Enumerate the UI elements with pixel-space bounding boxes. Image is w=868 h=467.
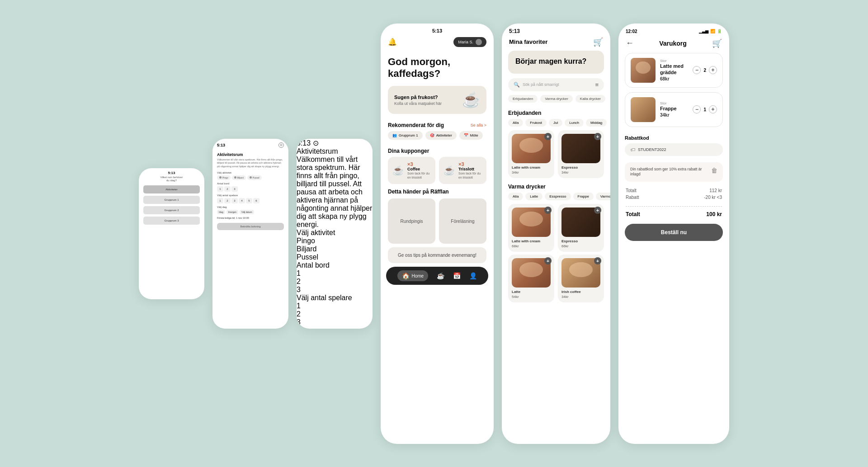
event-forelasning[interactable]: Föreläsning <box>439 198 486 244</box>
add-irish[interactable]: + <box>594 257 601 264</box>
chip-biljard-3[interactable]: Biljard <box>297 245 373 253</box>
p3-3[interactable]: 3 <box>297 318 373 326</box>
order-button[interactable]: Beställ nu <box>625 224 723 241</box>
p5[interactable]: 5 <box>246 198 252 203</box>
menu-item-group1[interactable]: Grupprum 1 <box>143 196 200 204</box>
table-2[interactable]: 2 <box>224 186 231 192</box>
product-irish[interactable]: + Irish coffee 34kr <box>558 255 604 302</box>
product-espresso-2[interactable]: + Espresso 66kr <box>558 204 604 252</box>
table-3[interactable]: 3 <box>231 186 238 192</box>
p1[interactable]: 1 <box>217 198 223 203</box>
varma-esspresso[interactable]: Esspresso <box>545 193 571 200</box>
p2[interactable]: 2 <box>224 198 231 203</box>
promo-card[interactable]: Sugen på frukost? Kolla ut våra matpaket… <box>388 86 486 114</box>
chip-pingo-3[interactable]: Pingo <box>297 237 373 245</box>
day-tomorrow[interactable]: Imorgon <box>226 210 238 214</box>
activities-icon: 🎯 <box>430 133 434 137</box>
offer-jul[interactable]: Jul <box>549 119 562 127</box>
discount-input[interactable]: 🏷 STUDENT2022 <box>625 143 723 156</box>
grand-total-value: 100 kr <box>706 211 722 217</box>
delete-discount-icon[interactable]: 🗑 <box>711 167 717 174</box>
nav-profile[interactable]: 👤 <box>469 272 477 279</box>
product-latte-cream-1[interactable]: + Latte with cream 34kr <box>508 130 554 178</box>
add-latte-cream-1[interactable]: + <box>544 133 552 140</box>
menu-item-group2[interactable]: Grupprum 2 <box>143 206 200 214</box>
bell-icon[interactable]: 🔔 <box>388 38 397 46</box>
coupon-trisslott[interactable]: ☕ ×3 Trisslott Som tack för du en trissl… <box>439 157 486 184</box>
cart-icon-5[interactable]: 🛒 <box>593 37 603 47</box>
nav-coffee[interactable]: ☕ <box>437 272 444 279</box>
irish-price: 34kr <box>561 295 600 299</box>
p3-4[interactable]: 4 <box>297 326 373 329</box>
decrease-1[interactable]: − <box>693 66 701 74</box>
player-numbers: 1 2 3 4 5 6 <box>217 198 284 203</box>
discount-info: Din rabattkod som ger 10% extra rabatt ä… <box>625 162 723 182</box>
chip-pussel-3[interactable]: Pussel <box>297 253 373 261</box>
add-latte[interactable]: + <box>544 257 552 264</box>
p3[interactable]: 3 <box>231 198 238 203</box>
filter-varma[interactable]: Varma drycker <box>540 95 572 103</box>
p3-2[interactable]: 2 <box>297 310 373 318</box>
offer-middag[interactable]: Middag <box>586 119 607 127</box>
latte-cream-price-2: 68kr <box>512 244 551 248</box>
rec-chip-meeting[interactable]: 📅 Möte <box>459 131 483 140</box>
chip-pingo[interactable]: Pingo <box>217 175 231 180</box>
filter-kalla[interactable]: Kalla drycker <box>576 95 605 103</box>
back-button[interactable]: ← <box>626 38 634 48</box>
nav-home[interactable]: 🏠 Home <box>397 270 428 281</box>
coupon-coffee[interactable]: ☕ ×3 Coffee Som tack för du en trisslott <box>388 157 435 184</box>
table-3-2[interactable]: 2 <box>297 278 373 286</box>
product-latte-cream-2[interactable]: + Latte with cream 68kr <box>508 204 554 252</box>
p6[interactable]: 6 <box>253 198 259 203</box>
phone-cart: 12:02 ▁▃▅ 📶 🔋 ← Varukorg 🛒 Stor Latte me… <box>618 24 729 444</box>
event-tip[interactable]: Ge oss tips på kommande evenemang! <box>388 247 486 263</box>
coupon-trisslott-icon: ☕ <box>443 165 455 176</box>
cart-icon-6[interactable]: 🛒 <box>712 38 722 48</box>
p4[interactable]: 4 <box>239 198 245 203</box>
decrease-2[interactable]: − <box>693 105 701 113</box>
filter-erbjudanden[interactable]: Erbjudanden <box>508 95 538 103</box>
day-pick[interactable]: Välj datum <box>240 210 254 214</box>
promo-banner[interactable]: Börjar magen kurra? <box>508 51 604 74</box>
table-1[interactable]: 1 <box>217 186 223 192</box>
add-espresso-2[interactable]: + <box>594 207 601 214</box>
event-rundpingis[interactable]: Rundpingis <box>388 198 435 244</box>
menu-item-group3[interactable]: Grupprum 3 <box>143 217 200 225</box>
activity-chips-3: Pingo Biljard Pussel <box>297 237 373 261</box>
discount-title: Rabattkod <box>625 135 723 141</box>
varma-frappe[interactable]: Frappe <box>573 193 594 200</box>
varma-alla[interactable]: Alla <box>508 193 523 200</box>
increase-2[interactable]: + <box>709 105 717 113</box>
see-all-btn[interactable]: Se alla > <box>471 123 486 127</box>
table-3-1[interactable]: 1 <box>297 269 373 278</box>
rec-chip-group[interactable]: 👥 Grupprum 1 <box>388 131 423 140</box>
chip-biljard[interactable]: Biljard <box>232 175 246 180</box>
product-latte[interactable]: + Latte 54kr <box>508 255 554 302</box>
offer-alla[interactable]: Alla <box>508 119 523 127</box>
coupons-row: ☕ ×3 Coffee Som tack för du en trisslott… <box>381 157 494 189</box>
chip-pussel[interactable]: Pussel <box>247 175 262 180</box>
nav-home-label: Home <box>411 274 424 278</box>
nav-calendar[interactable]: 📅 <box>453 272 461 279</box>
menu-top-bar: Mina favoriter 🛒 <box>502 37 610 51</box>
varma-varmo[interactable]: Varmo <box>596 193 610 200</box>
table-3-3[interactable]: 3 <box>297 286 373 294</box>
settings-icon: ⊙ <box>278 142 284 148</box>
confirm-booking-btn[interactable]: Bekräfta bokning <box>217 223 284 230</box>
offer-frukost[interactable]: Frukost <box>525 119 547 127</box>
item-name-1: Latte med grädde <box>660 63 688 76</box>
offer-lunch[interactable]: Lunch <box>565 119 584 127</box>
product-espresso-1[interactable]: + Espresso 34kr <box>558 130 604 178</box>
p3-1[interactable]: 1 <box>297 302 373 310</box>
add-espresso-1[interactable]: + <box>594 133 601 140</box>
varma-latte[interactable]: Latte <box>525 193 542 200</box>
status-bar-1: 5:13 <box>139 168 204 176</box>
rec-chip-activities[interactable]: 🎯 Aktiviteter <box>425 131 457 140</box>
day-options: Idag Imorgon Välj datum <box>217 210 284 214</box>
menu-item-activities[interactable]: Aktiviteter <box>143 185 200 193</box>
search-bar[interactable]: 🔍 Sök på nått smarrigt ≡ <box>508 78 604 91</box>
increase-1[interactable]: + <box>709 66 717 74</box>
add-latte-cream-2[interactable]: + <box>544 207 552 214</box>
coffee-nav-icon: ☕ <box>437 272 444 279</box>
day-today[interactable]: Idag <box>217 210 225 214</box>
